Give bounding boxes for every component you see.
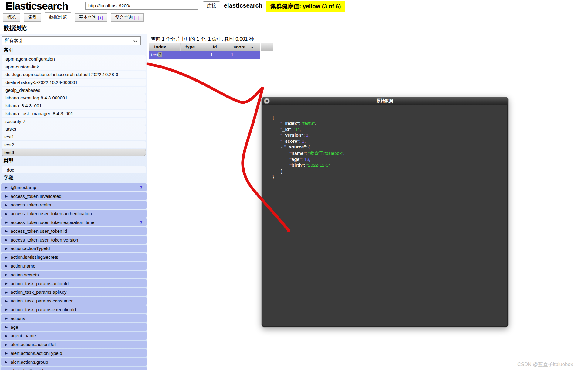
field-item[interactable]: ▶ alert.actions.actionRef bbox=[1, 341, 147, 348]
result-row[interactable]: test3 1 1 bbox=[149, 51, 260, 59]
field-item[interactable]: ▶ age bbox=[1, 323, 147, 331]
expand-arrow-icon[interactable]: ▶ bbox=[5, 203, 8, 207]
expand-arrow-icon[interactable]: ▶ bbox=[5, 264, 8, 268]
expand-arrow-icon[interactable]: ▶ bbox=[5, 220, 8, 224]
close-icon[interactable]: ✖ bbox=[264, 98, 270, 104]
query-stats: 查询 1 个分片中用的 1 个. 1 命中. 耗时 0.001 秒 bbox=[151, 36, 254, 42]
expand-arrow-icon[interactable]: ▶ bbox=[5, 290, 8, 294]
field-item[interactable]: ▶ access_token.user_token.expiration_tim… bbox=[1, 218, 147, 226]
expand-arrow-icon[interactable]: ▶ bbox=[5, 255, 8, 259]
expand-arrow-icon[interactable]: ▶ bbox=[5, 282, 8, 285]
field-item[interactable]: ▶ action.name bbox=[1, 262, 147, 270]
json-line: "_index": "test3", bbox=[272, 120, 504, 126]
column-label: _id bbox=[210, 44, 217, 49]
expand-arrow-icon[interactable]: ▶ bbox=[5, 316, 8, 320]
json-token: "name" bbox=[289, 151, 306, 156]
index-item[interactable]: .apm-agent-configuration bbox=[2, 55, 146, 63]
json-token: : bbox=[299, 138, 302, 144]
json-token: "birth" bbox=[289, 162, 304, 168]
help-icon[interactable]: ? bbox=[140, 185, 143, 190]
index-item[interactable]: .kibana_8.4.3_001 bbox=[2, 102, 146, 109]
expand-arrow-icon[interactable]: ▶ bbox=[5, 351, 8, 355]
tab[interactable]: 复合查询 [+] bbox=[111, 13, 144, 22]
index-item[interactable]: .tasks bbox=[2, 125, 146, 133]
field-item[interactable]: ▶ @timestamp ? bbox=[1, 183, 147, 191]
json-token: : bbox=[304, 162, 306, 168]
field-item[interactable]: ▶ access_token.invalidated bbox=[1, 192, 147, 200]
expand-arrow-icon[interactable]: ▶ bbox=[5, 369, 8, 370]
column-header[interactable]: _type bbox=[181, 43, 208, 51]
field-item[interactable]: ▶ action_task_params.consumer bbox=[1, 297, 147, 305]
cell-score: 1 bbox=[228, 52, 260, 57]
field-item[interactable]: ▶ action.isMissingSecrets bbox=[1, 253, 147, 261]
expand-arrow-icon[interactable]: ▶ bbox=[5, 229, 8, 233]
field-item[interactable]: ▶ alert.actions.group bbox=[1, 358, 147, 366]
help-icon[interactable]: ? bbox=[140, 220, 143, 225]
json-token: : { bbox=[306, 144, 310, 149]
index-item[interactable]: test3 bbox=[2, 149, 146, 156]
tab[interactable]: 概览 bbox=[3, 13, 20, 22]
column-header[interactable] bbox=[261, 43, 273, 51]
field-name: @timestamp bbox=[11, 185, 36, 190]
app-window: Elasticsearch 连接 elasticsearch 集群健康值: ye… bbox=[0, 0, 588, 370]
field-item[interactable]: ▶ agent_name bbox=[1, 332, 147, 340]
field-item[interactable]: ▶ actions bbox=[1, 314, 147, 322]
field-item[interactable]: ▶ alert.actions.actionTypeId bbox=[1, 349, 147, 357]
field-item[interactable]: ▶ action_task_params.actionId bbox=[1, 279, 147, 287]
dialog-title: 原始数据 bbox=[377, 98, 393, 104]
index-item[interactable]: .kibana-event-log-8.4.3-000001 bbox=[2, 94, 146, 102]
expand-arrow-icon[interactable]: ▶ bbox=[5, 299, 8, 303]
field-item[interactable]: ▶ action.secrets bbox=[1, 271, 147, 278]
expand-arrow-icon[interactable]: ▶ bbox=[5, 325, 8, 329]
expand-arrow-icon[interactable]: ▶ bbox=[5, 238, 8, 242]
cluster-name: elasticsearch bbox=[224, 2, 262, 9]
tab[interactable]: 基本查询 [+] bbox=[75, 13, 107, 22]
expand-arrow-icon[interactable]: ▶ bbox=[5, 185, 8, 189]
column-header[interactable]: _score ▲ bbox=[228, 43, 260, 51]
type-section-heading: 类型 bbox=[4, 158, 147, 164]
index-item[interactable]: test2 bbox=[2, 141, 146, 148]
page-title: 数据浏览 bbox=[4, 24, 27, 32]
index-item[interactable]: .geoip_databases bbox=[2, 87, 146, 94]
json-line: } bbox=[272, 168, 504, 174]
index-item[interactable]: .kibana_task_manager_8.4.3_001 bbox=[2, 110, 146, 117]
expand-arrow-icon[interactable]: ▶ bbox=[5, 273, 8, 276]
expand-arrow-icon[interactable]: ▶ bbox=[5, 212, 8, 215]
index-filter-select[interactable]: 所有索引 bbox=[2, 36, 141, 45]
field-name: action_task_params.executionId bbox=[11, 307, 76, 312]
expand-arrow-icon[interactable]: ▶ bbox=[5, 194, 8, 198]
index-item[interactable]: .apm-custom-link bbox=[2, 63, 146, 71]
index-item[interactable]: test1 bbox=[2, 133, 146, 141]
expand-arrow-icon[interactable]: ▶ bbox=[5, 247, 8, 250]
index-item[interactable]: .security-7 bbox=[2, 118, 146, 125]
field-item[interactable]: ▶ action.actionTypeId bbox=[1, 245, 147, 252]
field-item[interactable]: ▶ access_token.realm bbox=[1, 201, 147, 209]
tab-plus: [+] bbox=[98, 15, 103, 20]
expand-arrow-icon[interactable]: ▶ bbox=[5, 334, 8, 338]
json-line: ▼ "_source": { bbox=[272, 144, 504, 150]
connect-button[interactable]: 连接 bbox=[203, 1, 220, 10]
field-section-heading: 字段 bbox=[4, 175, 147, 181]
expand-arrow-icon[interactable]: ▶ bbox=[5, 360, 8, 364]
field-item[interactable]: ▶ access_token.user_token.id bbox=[1, 227, 147, 235]
results-table: _index _type _id _score ▲ test3 1 bbox=[149, 43, 273, 59]
field-item[interactable]: ▶ alert.alertTypeId bbox=[1, 367, 147, 370]
type-item[interactable]: _doc bbox=[2, 166, 146, 174]
index-item[interactable]: .ds-ilm-history-5-2022.10.28-000001 bbox=[2, 79, 146, 86]
json-token: , bbox=[304, 138, 306, 144]
field-list: ▶ @timestamp ? ▶ access_token.invalidate… bbox=[0, 183, 147, 370]
index-filter-value: 所有索引 bbox=[5, 38, 23, 44]
field-item[interactable]: ▶ access_token.user_token.version bbox=[1, 236, 147, 244]
expand-arrow-icon[interactable]: ▶ bbox=[5, 308, 8, 311]
tab[interactable]: 索引 bbox=[24, 13, 41, 22]
json-line: "_score": 1, bbox=[272, 138, 504, 144]
server-url-input[interactable] bbox=[85, 2, 198, 10]
expand-arrow-icon[interactable]: ▶ bbox=[5, 343, 8, 346]
field-item[interactable]: ▶ action_task_params.apiKey bbox=[1, 288, 147, 296]
field-item[interactable]: ▶ access_token.user_token.authentication bbox=[1, 210, 147, 218]
index-item[interactable]: .ds-.logs-deprecation.elasticsearch-defa… bbox=[2, 71, 146, 78]
tab[interactable]: 数据浏览 bbox=[45, 12, 71, 22]
field-item[interactable]: ▶ action_task_params.executionId bbox=[1, 305, 147, 313]
column-header[interactable]: _id bbox=[208, 43, 228, 51]
column-header[interactable]: _index bbox=[149, 43, 181, 51]
